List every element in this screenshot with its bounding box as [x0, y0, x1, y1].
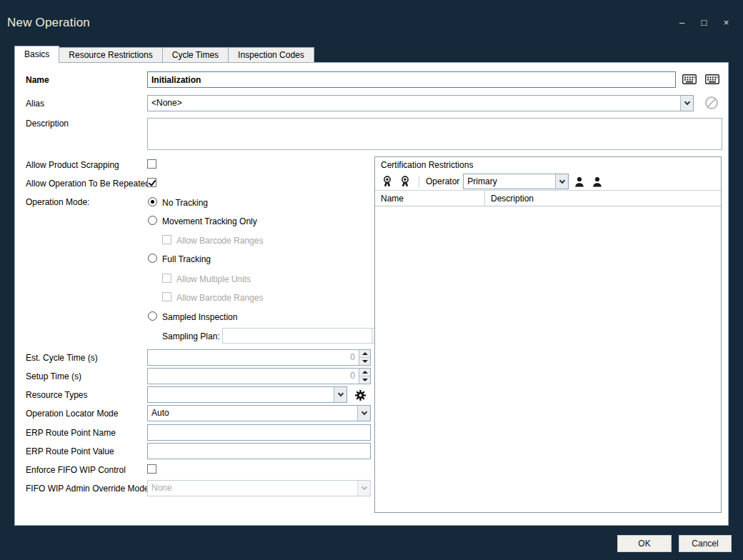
allow-operation-repeated-label: Allow Operation To Be Repeated	[26, 179, 150, 189]
add-operator-icon[interactable]	[572, 174, 587, 189]
window-controls: – □ ×	[677, 17, 732, 28]
cancel-button[interactable]: Cancel	[679, 535, 732, 552]
est-cycle-time-down-button[interactable]	[359, 358, 370, 365]
certification-table-body	[375, 206, 721, 512]
operator-value: Primary	[464, 174, 555, 189]
operator-dropdown-button[interactable]	[555, 174, 568, 189]
alias-dropdown-button[interactable]	[680, 96, 693, 111]
window-title: New Operation	[7, 16, 90, 30]
est-cycle-time-label: Est. Cycle Time (s)	[26, 353, 98, 363]
ok-button[interactable]: OK	[617, 535, 672, 552]
erp-route-point-name-label: ERP Route Point Name	[26, 428, 116, 438]
description-label: Description	[26, 119, 69, 129]
alias-select[interactable]: <None>	[147, 95, 694, 111]
sampling-plan-select	[222, 328, 385, 344]
setup-time-input[interactable]: 0	[147, 368, 371, 384]
operation-locator-mode-select[interactable]: Auto	[147, 405, 371, 421]
alias-label: Alias	[26, 99, 44, 109]
tab-bar: Basics Resource Restrictions Cycle Times…	[14, 46, 314, 63]
spin-down-icon	[362, 379, 368, 381]
description-input[interactable]	[147, 118, 722, 150]
full-allow-barcode-label: Allow Barcode Ranges	[176, 293, 263, 303]
operation-locator-mode-label: Operation Locator Mode	[26, 409, 118, 419]
operator-label: Operator	[426, 176, 459, 186]
remove-certification-icon[interactable]	[398, 174, 412, 189]
spin-down-icon	[362, 360, 368, 363]
allow-multiple-units-label: Allow Multiple Units	[176, 274, 251, 284]
allow-multiple-units-checkbox	[162, 274, 171, 283]
setup-time-up-button[interactable]	[359, 369, 370, 376]
no-tracking-label: No Tracking	[162, 198, 208, 208]
operation-mode-label: Operation Mode:	[26, 197, 89, 207]
tab-inspection-codes[interactable]: Inspection Codes	[229, 47, 314, 63]
close-icon[interactable]: ×	[721, 17, 732, 28]
allow-product-scrapping-checkbox[interactable]	[147, 159, 156, 169]
resource-types-label: Resource Types	[26, 390, 88, 400]
est-cycle-time-value: 0	[148, 350, 359, 365]
setup-time-spin-buttons	[359, 369, 370, 384]
add-certification-icon[interactable]	[380, 174, 394, 189]
resource-types-value	[148, 387, 334, 402]
name-label: Name	[26, 75, 49, 85]
spin-up-icon	[362, 352, 368, 355]
movement-allow-barcode-checkbox	[162, 235, 171, 244]
column-header-name[interactable]: Name	[375, 191, 485, 206]
clear-alias-icon	[705, 96, 718, 109]
translations-icon[interactable]	[682, 72, 697, 86]
tab-resource-restrictions[interactable]: Resource Restrictions	[59, 47, 162, 63]
resource-types-dropdown-button[interactable]	[334, 387, 346, 402]
tab-basics[interactable]: Basics	[14, 46, 59, 63]
setup-time-label: Setup Time (s)	[26, 371, 81, 381]
erp-route-point-value-label: ERP Route Point Value	[26, 446, 114, 456]
column-header-description[interactable]: Description	[485, 191, 721, 206]
keyboard-glyph	[682, 74, 697, 85]
movement-tracking-radio[interactable]	[148, 216, 157, 225]
movement-allow-barcode-label: Allow Barcode Ranges	[176, 236, 263, 246]
erp-route-point-name-input[interactable]	[147, 424, 371, 441]
operator-select[interactable]: Primary	[463, 174, 569, 189]
chevron-down-icon	[684, 99, 689, 105]
certification-toolbar: Operator Primary	[375, 173, 721, 191]
sampled-inspection-radio[interactable]	[148, 311, 157, 321]
enforce-fifo-wip-control-checkbox[interactable]	[147, 464, 156, 474]
full-tracking-label: Full Tracking	[162, 254, 211, 264]
certification-restrictions-title: Certification Restrictions	[375, 157, 721, 173]
setup-time-down-button[interactable]	[359, 376, 370, 384]
sampling-plan-label: Sampling Plan:	[162, 331, 220, 341]
toolbar-separator	[419, 176, 419, 188]
name-input[interactable]	[147, 71, 676, 88]
operation-locator-mode-dropdown-button[interactable]	[357, 406, 370, 421]
sampled-inspection-label: Sampled Inspection	[162, 312, 237, 322]
sampling-plan-value	[223, 329, 372, 343]
fifo-wip-admin-override-mode-value: None	[148, 481, 357, 496]
full-tracking-radio[interactable]	[148, 254, 157, 263]
est-cycle-time-input[interactable]: 0	[147, 349, 371, 366]
minimize-icon[interactable]: –	[677, 17, 687, 28]
movement-tracking-label: Movement Tracking Only	[162, 216, 257, 226]
allow-operation-repeated-checkbox[interactable]	[147, 178, 156, 187]
certification-restrictions-panel: Certification Restrictions Op	[374, 156, 722, 513]
fifo-wip-admin-override-mode-select: None	[147, 480, 371, 496]
maximize-icon[interactable]: □	[699, 17, 709, 28]
chevron-down-icon	[361, 409, 366, 415]
chevron-down-icon	[361, 484, 366, 490]
alias-value: <None>	[148, 96, 680, 111]
full-allow-barcode-checkbox	[162, 292, 171, 301]
certification-table-header: Name Description	[375, 191, 721, 206]
keyboard-glyph	[705, 74, 719, 85]
resource-types-select[interactable]	[147, 386, 347, 403]
remove-operator-icon[interactable]	[590, 174, 604, 189]
allow-product-scrapping-label: Allow Product Scrapping	[26, 160, 119, 170]
operation-locator-mode-value: Auto	[148, 406, 357, 421]
erp-route-point-value-input[interactable]	[147, 443, 371, 459]
tab-cycle-times[interactable]: Cycle Times	[163, 47, 229, 63]
no-tracking-radio[interactable]	[148, 197, 157, 206]
copy-translations-icon[interactable]	[704, 72, 720, 86]
est-cycle-time-spin-buttons	[359, 350, 370, 365]
spin-up-icon	[362, 371, 368, 374]
setup-time-value: 0	[148, 369, 359, 384]
fifo-override-dropdown-button	[357, 481, 370, 496]
est-cycle-time-up-button[interactable]	[359, 350, 370, 358]
gear-icon[interactable]	[354, 389, 366, 401]
fifo-wip-admin-override-mode-label: FIFO WIP Admin Override Mode	[26, 484, 149, 494]
